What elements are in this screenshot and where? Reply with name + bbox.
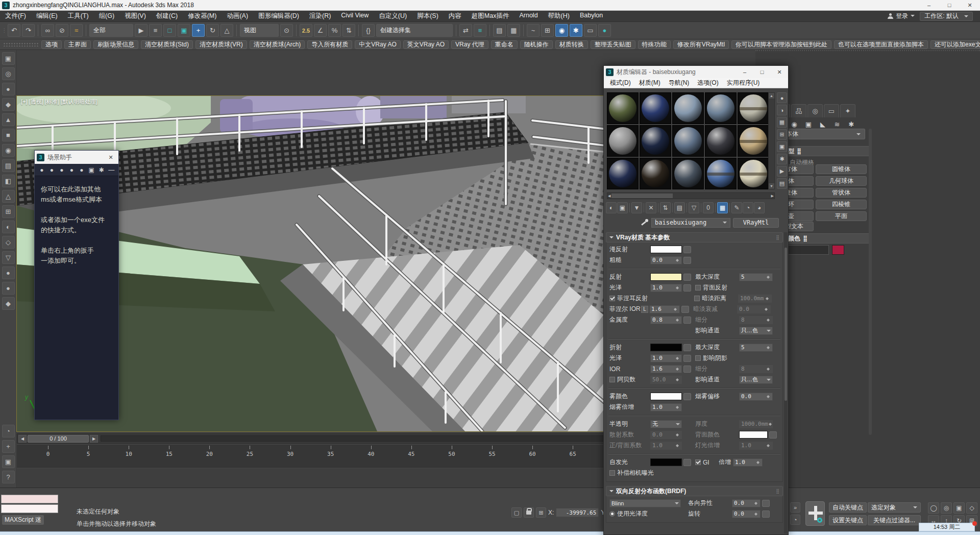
select-link-button[interactable]: ∞ xyxy=(41,24,54,37)
item[interactable] xyxy=(687,203,687,212)
tab-hierarchy[interactable]: 品 xyxy=(791,104,806,117)
menu-item[interactable]: Civil View xyxy=(336,11,374,21)
script-button[interactable]: 选项 xyxy=(41,40,62,49)
material-editor-titlebar[interactable]: 3 材质编辑器 - baisebuxiugang – □ ✕ xyxy=(604,66,788,78)
script-button[interactable]: 修改所有VRayMtl xyxy=(673,40,729,49)
reflect-gloss-map-button[interactable] xyxy=(683,284,691,291)
left-toolbar-icon[interactable]: ◎ xyxy=(2,67,15,80)
mirror-button[interactable]: ⇄ xyxy=(459,24,472,37)
menu-item[interactable]: 内容 xyxy=(444,11,467,21)
fog-mult-field[interactable]: 1.0 xyxy=(650,403,682,411)
helper-slot-5[interactable]: ● xyxy=(78,166,86,174)
tab-display[interactable]: ▭ xyxy=(824,104,839,117)
assign-to-selection-button[interactable]: ▼ xyxy=(631,202,642,213)
primitive-button[interactable]: 四棱锥 xyxy=(816,200,867,209)
dim-distance-checkbox[interactable]: 暗淡距离 xyxy=(694,294,738,303)
spinner-snap-button[interactable]: ⇅ xyxy=(342,24,355,37)
reflect-map-button[interactable] xyxy=(683,274,691,281)
dim-distance-field[interactable]: 100.0mm xyxy=(738,295,772,303)
reflect-gloss-field[interactable]: 1.0 xyxy=(650,284,682,292)
compensate-exposure-checkbox[interactable]: 补偿相机曝光 xyxy=(609,469,691,477)
category-cameras[interactable]: ▣ xyxy=(802,118,815,130)
back-color-map-button[interactable] xyxy=(769,431,777,439)
item[interactable] xyxy=(729,203,730,212)
translucency-dropdown[interactable]: 无 xyxy=(650,420,682,428)
samples-hscrollbar[interactable]: ◀▶ xyxy=(607,192,775,199)
diffuse-map-button[interactable] xyxy=(683,246,691,253)
helper-wrench-button[interactable]: ✱ xyxy=(97,166,106,174)
save-material-button[interactable]: ▽ xyxy=(689,202,699,213)
me-menu-item[interactable]: 选项(O) xyxy=(693,78,722,88)
refract-max-depth-field[interactable]: 5 xyxy=(739,344,773,352)
abbe-field[interactable]: 50.0 xyxy=(650,376,682,384)
menu-item[interactable]: Babylon xyxy=(575,11,608,21)
ior-map-button[interactable] xyxy=(683,366,691,373)
key-filters-button[interactable]: 关键点过滤器... xyxy=(868,515,921,525)
rect-region-button[interactable]: □ xyxy=(163,24,176,37)
rotate-button[interactable]: ↻ xyxy=(206,24,219,37)
left-toolbar-icon[interactable]: ● xyxy=(2,266,15,279)
maxscript-listener-input[interactable] xyxy=(1,504,58,513)
category-spacewarps[interactable]: ≋ xyxy=(831,118,843,130)
fresnel-ior-map-button[interactable] xyxy=(681,306,689,313)
refract-subdivs-field[interactable]: 8 xyxy=(739,365,773,373)
abbe-checkbox[interactable]: 阿贝数 xyxy=(609,375,650,384)
brdf-rollout[interactable]: 双向反射分布函数(BRDF)⣿ xyxy=(606,486,783,496)
fresnel-ior-field[interactable]: 1.6 xyxy=(649,305,680,313)
reference-coord-dropdown[interactable]: 视图 xyxy=(240,24,279,37)
reflect-color-swatch[interactable] xyxy=(650,273,682,281)
options-button[interactable]: ✱ xyxy=(777,154,787,164)
menu-item[interactable]: 组(G) xyxy=(94,11,120,21)
helper-slot-1[interactable]: ● xyxy=(38,166,46,174)
menu-item[interactable]: 自定义(U) xyxy=(374,11,412,21)
samples-vscrollbar[interactable]: ▲▼ xyxy=(768,92,775,189)
close-button[interactable]: ✕ xyxy=(960,0,980,10)
params-scrollbar[interactable] xyxy=(784,232,788,533)
left-toolbar-icon[interactable]: ▣ xyxy=(2,52,15,65)
material-sample[interactable] xyxy=(640,125,671,157)
rotation-map-button[interactable] xyxy=(762,510,770,518)
schematic-view-button[interactable]: ⊞ xyxy=(541,24,554,37)
sample-uv-tiling-button[interactable]: ⊞ xyxy=(777,129,787,140)
item[interactable] xyxy=(38,25,38,36)
item[interactable] xyxy=(236,25,237,36)
me-menu-item[interactable]: 材质(M) xyxy=(635,78,665,88)
left-toolbar-icon[interactable]: ◇ xyxy=(2,236,15,249)
select-by-material-button[interactable]: ▶ xyxy=(777,166,787,177)
windows-taskbar[interactable] xyxy=(0,531,980,535)
select-object-button[interactable]: ▶ xyxy=(135,24,148,37)
item[interactable] xyxy=(358,25,359,36)
left-toolbar-icon[interactable]: ? xyxy=(2,471,15,483)
material-sample[interactable] xyxy=(640,158,671,189)
dim-falloff-field[interactable]: 0.0 xyxy=(737,305,771,313)
zoom-all-icon[interactable]: ◎ xyxy=(941,502,952,514)
primitive-button[interactable]: 圆锥体 xyxy=(816,164,867,174)
material-type-button[interactable]: VRayMtl xyxy=(733,218,779,228)
script-button[interactable]: 你可以用脚本管理添加按钮到此处 xyxy=(731,40,831,49)
time-config-button[interactable]: ◔ xyxy=(790,515,800,525)
material-sample[interactable] xyxy=(672,92,704,124)
unlink-button[interactable]: ⊘ xyxy=(56,24,68,37)
undo-button[interactable]: ↶ xyxy=(8,24,20,37)
background-button[interactable]: ▦ xyxy=(777,117,787,128)
anisotropy-field[interactable]: 0.0 xyxy=(732,499,761,507)
menu-item[interactable]: Arnold xyxy=(514,11,543,21)
item[interactable] xyxy=(701,203,701,212)
put-to-scene-button[interactable]: ▣ xyxy=(617,202,628,213)
me-menu-item[interactable]: 实用程序(U) xyxy=(723,78,764,88)
script-button[interactable]: 导入所有材质 xyxy=(307,40,352,49)
item[interactable] xyxy=(629,203,630,212)
self-illum-swatch[interactable] xyxy=(650,458,682,466)
menu-item[interactable]: 图形编辑器(D) xyxy=(253,11,304,21)
script-button[interactable]: 清空材质球(VR) xyxy=(195,40,247,49)
material-info2-button[interactable]: ◕ xyxy=(754,202,765,213)
put-to-library-button[interactable]: ▤ xyxy=(674,202,685,213)
category-systems[interactable]: ✱ xyxy=(845,118,857,130)
menu-item[interactable]: 文件(F) xyxy=(0,11,31,21)
thickness-field[interactable]: 1000.0mm xyxy=(739,420,773,428)
item[interactable] xyxy=(715,203,716,212)
maxscript-macro-recorder[interactable] xyxy=(1,495,58,503)
front-back-field[interactable]: 1.0 xyxy=(650,442,682,450)
light-mult-field[interactable]: 1.0 xyxy=(739,442,773,450)
left-toolbar-icon[interactable]: ▤ xyxy=(2,159,15,172)
